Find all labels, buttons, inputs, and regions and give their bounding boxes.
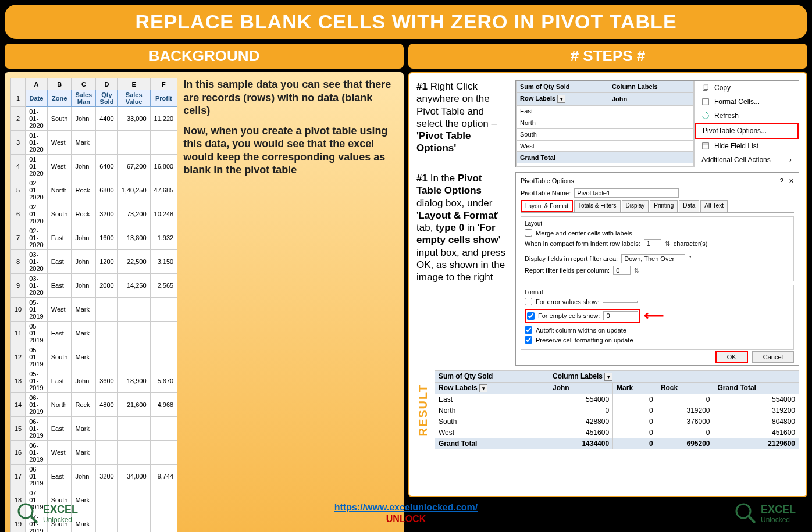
background-panel: ABCDEF 1DateZoneSales ManQty SoldSales V…	[5, 72, 404, 532]
magnifier-icon	[16, 502, 40, 525]
footer: EXCELUnlocked https://www.excelunlocked.…	[5, 502, 807, 525]
menu-pivottable-options[interactable]: PivotTable Options...	[695, 123, 799, 139]
merge-checkbox[interactable]	[525, 229, 532, 237]
tab-display[interactable]: Display	[622, 200, 649, 212]
autofit-checkbox[interactable]	[525, 326, 532, 334]
svg-line-8	[749, 516, 755, 523]
pivottable-name-input[interactable]: PivotTable1	[574, 188, 679, 198]
magnifier-icon	[734, 502, 757, 525]
pivottable-options-dialog: PivotTable Options? ✕ PivotTable Name:Pi…	[515, 172, 799, 366]
preserve-checkbox[interactable]	[525, 336, 532, 344]
svg-line-6	[31, 516, 37, 523]
menu-format-cells[interactable]: Format Cells...	[695, 95, 799, 109]
steps-panel: #1 Right Click anywhere on the Pivot Tab…	[408, 72, 807, 497]
main-title: REPLACE BLANK CELLS WITH ZERO IN PIVOT T…	[10, 10, 802, 33]
step2-text: #1 In the Pivot Table Options dialog box…	[416, 172, 510, 366]
menu-refresh[interactable]: Refresh	[695, 109, 799, 123]
background-header: BACKGROUND	[5, 44, 404, 69]
tab-printing[interactable]: Printing	[650, 200, 678, 212]
menu-copy[interactable]: Copy	[695, 81, 799, 95]
main-title-bar: REPLACE BLANK CELLS WITH ZERO IN PIVOT T…	[5, 5, 807, 39]
tab-totals-filters[interactable]: Totals & Filters	[574, 200, 621, 212]
result-label: RESULT	[416, 384, 430, 437]
tab-data[interactable]: Data	[679, 200, 699, 212]
menu-hide-field-list[interactable]: Hide Field List	[695, 139, 799, 153]
step1-text: #1 Right Click anywhere on the Pivot Tab…	[416, 80, 510, 167]
svg-rect-2	[703, 99, 709, 105]
arrow-left-icon: ⟵	[644, 308, 664, 324]
ok-button[interactable]: OK	[715, 351, 748, 363]
source-data-table: ABCDEF 1DateZoneSales ManQty SoldSales V…	[10, 78, 177, 532]
indent-input[interactable]: 1	[644, 239, 661, 248]
svg-point-7	[736, 504, 750, 518]
dialog-tabs: Layout & Format Totals & Filters Display…	[521, 200, 794, 213]
svg-rect-3	[703, 143, 709, 149]
report-filter-input[interactable]: 0	[613, 266, 631, 275]
website-link[interactable]: https://www.excelunlocked.com/	[334, 502, 478, 512]
menu-additional-actions[interactable]: Additional Cell Actions›	[695, 153, 799, 167]
tab-layout-format[interactable]: Layout & Format	[521, 200, 573, 212]
context-menu-screenshot: Sum of Qty SoldColumn Labels Row Labels …	[515, 80, 799, 167]
display-fields-select[interactable]: Down, Then Over	[621, 254, 685, 263]
dialog-title: PivotTable Options	[521, 177, 574, 185]
cancel-button[interactable]: Cancel	[752, 351, 794, 363]
logo-right: EXCELUnlocked	[734, 502, 796, 525]
error-values-input[interactable]	[603, 301, 638, 303]
logo-left: EXCELUnlocked	[16, 502, 78, 525]
result-pivot-table: Sum of Qty SoldColumn Labels ▾ Row Label…	[435, 370, 799, 449]
svg-point-5	[19, 504, 33, 518]
footer-link: https://www.excelunlocked.com/ UNLOCK	[95, 502, 717, 524]
empty-cells-input[interactable]: 0	[603, 311, 638, 320]
empty-cells-checkbox[interactable]	[527, 312, 535, 320]
tab-alt-text[interactable]: Alt Text	[700, 200, 728, 212]
steps-header: # STEPS #	[408, 44, 807, 69]
background-description: In this sample data you can see that the…	[183, 78, 398, 532]
error-values-checkbox[interactable]	[525, 298, 532, 305]
